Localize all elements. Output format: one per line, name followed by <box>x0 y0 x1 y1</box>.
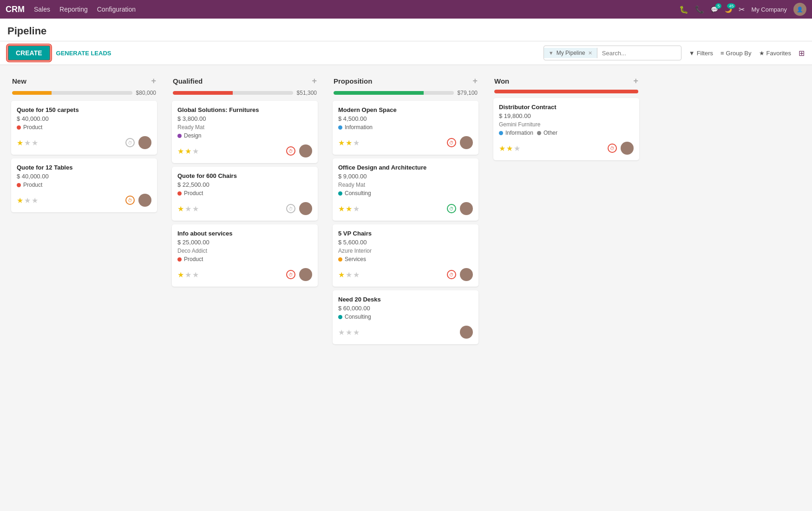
star-3[interactable]: ★ <box>514 144 520 153</box>
column-add-qualified[interactable]: + <box>312 76 317 86</box>
star-3[interactable]: ★ <box>353 270 360 279</box>
nav-reporting[interactable]: Reporting <box>59 6 88 13</box>
search-bar: ▼ My Pipeline ✕ <box>544 46 681 60</box>
card-stars[interactable]: ★★★ <box>177 147 199 156</box>
favorites-button[interactable]: ★ Favorites <box>759 50 791 57</box>
star-2[interactable]: ★ <box>506 144 513 153</box>
card-amount: $ 40,000.00 <box>17 173 151 180</box>
groupby-label: Group By <box>726 50 752 57</box>
card-stars[interactable]: ★★★ <box>338 328 360 337</box>
nav-sales[interactable]: Sales <box>34 6 50 13</box>
card-new-0[interactable]: Quote for 150 carpets$ 40,000.00Product★… <box>11 101 157 155</box>
clock-icon[interactable]: ⏱ <box>447 270 456 279</box>
remove-filter-button[interactable]: ✕ <box>588 50 592 56</box>
card-stars[interactable]: ★★★ <box>17 138 38 147</box>
generate-leads-button[interactable]: GENERATE LEADS <box>56 50 111 57</box>
create-button[interactable]: CREATE <box>7 45 51 61</box>
star-3[interactable]: ★ <box>353 328 360 337</box>
clock-icon[interactable]: ⏱ <box>125 196 135 205</box>
star-2[interactable]: ★ <box>185 147 191 156</box>
clock-icon[interactable]: ⏱ <box>286 146 295 156</box>
clock-icon[interactable]: ⏱ <box>447 138 456 147</box>
star-3[interactable]: ★ <box>353 204 360 213</box>
topnav: CRM Sales Reporting Configuration 🐛 📞 💬 … <box>0 0 812 19</box>
moon-icon-wrapper[interactable]: 🌙 45 <box>725 6 732 13</box>
user-avatar[interactable]: 👤 <box>793 3 806 16</box>
star-1[interactable]: ★ <box>177 147 184 156</box>
card-amount: $ 25,000.00 <box>177 239 312 246</box>
clock-icon[interactable]: ⏱ <box>286 270 295 279</box>
card-proposition-3[interactable]: Need 20 Desks$ 60,000.00Consulting★★★ <box>333 290 478 344</box>
card-amount: $ 60,000.00 <box>338 305 473 312</box>
card-stars[interactable]: ★★★ <box>499 144 520 153</box>
star-2[interactable]: ★ <box>346 270 352 279</box>
card-qualified-2[interactable]: Info about services$ 25,000.00Deco Addic… <box>172 224 318 287</box>
card-title: Office Design and Architecture <box>338 164 473 171</box>
star-3[interactable]: ★ <box>192 147 199 156</box>
card-won-0[interactable]: Distributor Contract$ 19,800.00Gemini Fu… <box>493 98 639 160</box>
star-1[interactable]: ★ <box>338 270 345 279</box>
search-input[interactable] <box>597 48 681 59</box>
phone-icon[interactable]: 📞 <box>695 5 704 14</box>
groupby-button[interactable]: ≡ Group By <box>720 50 752 57</box>
tag-label: Services <box>345 256 366 262</box>
star-1[interactable]: ★ <box>338 204 345 213</box>
star-2[interactable]: ★ <box>24 196 31 205</box>
star-3[interactable]: ★ <box>192 270 199 279</box>
clock-icon[interactable]: ⏱ <box>125 138 135 147</box>
star-2[interactable]: ★ <box>24 138 31 147</box>
star-2[interactable]: ★ <box>185 204 191 213</box>
star-2[interactable]: ★ <box>346 328 352 337</box>
column-add-proposition[interactable]: + <box>472 76 478 86</box>
star-icon: ★ <box>759 50 765 57</box>
card-stars[interactable]: ★★★ <box>177 270 199 279</box>
star-1[interactable]: ★ <box>338 138 345 147</box>
clock-icon[interactable]: ⏱ <box>608 144 617 153</box>
card-tags-row: InformationOther <box>499 130 634 139</box>
progress-bar-container-won <box>494 90 638 93</box>
star-3[interactable]: ★ <box>192 204 199 213</box>
card-proposition-2[interactable]: 5 VP Chairs$ 5,600.00Azure InteriorServi… <box>333 224 478 287</box>
star-1[interactable]: ★ <box>17 138 23 147</box>
tag-dot <box>338 257 342 262</box>
card-qualified-0[interactable]: Global Solutions: Furnitures$ 3,800.00Re… <box>172 101 318 163</box>
app-logo[interactable]: CRM <box>6 5 25 14</box>
card-stars[interactable]: ★★★ <box>338 270 360 279</box>
bug-icon[interactable]: 🐛 <box>679 5 688 14</box>
card-new-1[interactable]: Quote for 12 Tables$ 40,000.00Product★★★… <box>11 158 157 212</box>
card-qualified-1[interactable]: Quote for 600 Chairs$ 22,500.00Product★★… <box>172 167 318 221</box>
scissors-icon[interactable]: ✂ <box>739 5 745 14</box>
star-1[interactable]: ★ <box>338 328 345 337</box>
star-2[interactable]: ★ <box>346 138 352 147</box>
kanban-view-button[interactable]: ⊞ <box>799 49 805 58</box>
card-amount: $ 19,800.00 <box>499 112 634 119</box>
card-proposition-0[interactable]: Modern Open Space$ 4,500.00Information★★… <box>333 101 478 155</box>
card-stars[interactable]: ★★★ <box>338 204 360 213</box>
star-1[interactable]: ★ <box>499 144 505 153</box>
clock-icon[interactable]: ⏱ <box>286 204 295 213</box>
column-add-new[interactable]: + <box>151 76 156 86</box>
star-2[interactable]: ★ <box>185 270 191 279</box>
column-title-new: New <box>12 77 26 85</box>
card-stars[interactable]: ★★★ <box>17 196 38 205</box>
nav-configuration[interactable]: Configuration <box>97 6 136 13</box>
star-3[interactable]: ★ <box>32 196 38 205</box>
card-tag: Design <box>177 132 201 139</box>
column-amount-proposition: $79,100 <box>458 90 478 96</box>
clock-icon[interactable]: ⏱ <box>447 204 456 213</box>
chat-icon-wrapper[interactable]: 💬 5 <box>711 6 718 13</box>
card-title: Global Solutions: Furnitures <box>177 106 312 113</box>
card-title: Info about services <box>177 230 312 237</box>
kanban-column-qualified: Qualified +$51,300Global Solutions: Furn… <box>168 72 321 504</box>
filters-button[interactable]: ▼ Filters <box>689 50 713 57</box>
star-3[interactable]: ★ <box>353 138 360 147</box>
card-stars[interactable]: ★★★ <box>177 204 199 213</box>
column-add-won[interactable]: + <box>633 76 638 86</box>
card-stars[interactable]: ★★★ <box>338 138 360 147</box>
star-2[interactable]: ★ <box>346 204 352 213</box>
star-1[interactable]: ★ <box>17 196 23 205</box>
star-1[interactable]: ★ <box>177 270 184 279</box>
star-1[interactable]: ★ <box>177 204 184 213</box>
star-3[interactable]: ★ <box>32 138 38 147</box>
card-proposition-1[interactable]: Office Design and Architecture$ 9,000.00… <box>333 158 478 221</box>
